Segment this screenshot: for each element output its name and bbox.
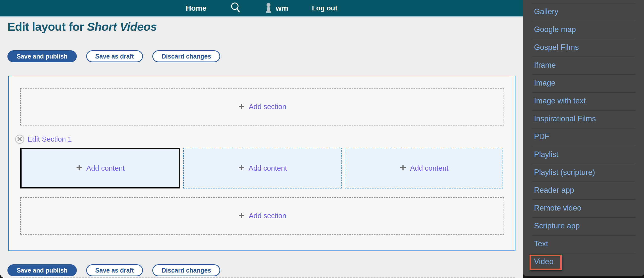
sidebar-item-image[interactable]: Image	[523, 74, 644, 92]
plus-icon	[76, 164, 83, 172]
add-content-label: Add content	[86, 164, 125, 172]
sidebar-item-playlist-scripture-[interactable]: Playlist (scripture)	[523, 164, 644, 181]
plus-icon	[400, 164, 406, 172]
sidebar-item-gospel-films[interactable]: Gospel Films	[523, 39, 644, 57]
page-title-collection-name: Short Videos	[87, 20, 157, 33]
content-type-sidebar: GalleryGoogle mapGospel FilmsIframeImage…	[523, 0, 644, 276]
nav-home-link[interactable]: Home	[186, 4, 206, 13]
add-content-label: Add content	[410, 164, 448, 172]
sidebar-item-playlist[interactable]: Playlist	[523, 146, 644, 164]
cropped-dashed-box-edge	[20, 277, 515, 278]
sidebar-item-image-with-text[interactable]: Image with text	[523, 92, 644, 110]
user-name-label: wm	[276, 4, 288, 13]
section-1-content-row: Add content Add content Add content	[20, 148, 503, 188]
add-content-slot-3[interactable]: Add content	[345, 148, 503, 188]
save-publish-button[interactable]: Save and publish	[8, 264, 77, 276]
add-section-label: Add section	[249, 212, 286, 220]
content-type-list: GalleryGoogle mapGospel FilmsIframeImage…	[523, 0, 644, 271]
sidebar-item-remote-video[interactable]: Remote video	[523, 199, 644, 217]
annotation-highlight-box	[530, 255, 562, 270]
main-window: Home wm Log out Edit layout for Short Vi…	[0, 0, 523, 278]
add-section-label: Add section	[249, 103, 286, 111]
sidebar-item-reader-app[interactable]: Reader app	[523, 181, 644, 199]
save-publish-button[interactable]: Save and publish	[8, 50, 77, 62]
add-content-label: Add content	[249, 164, 287, 172]
discard-changes-button[interactable]: Discard changes	[152, 50, 220, 62]
section-1-header: Edit Section 1	[15, 135, 72, 144]
toolbar-bottom: Save and publish Save as draft Discard c…	[8, 264, 220, 276]
layout-editor-canvas: Add section Edit Section 1 Add content	[8, 76, 516, 251]
save-draft-button[interactable]: Save as draft	[86, 264, 143, 276]
sidebar-item-google-map[interactable]: Google map	[523, 21, 644, 39]
top-navigation-bar: Home wm Log out	[0, 0, 523, 17]
search-icon	[230, 2, 240, 14]
remove-section-button[interactable]	[15, 135, 24, 144]
user-icon	[264, 3, 273, 14]
search-button[interactable]	[230, 2, 240, 14]
logout-link[interactable]: Log out	[312, 4, 337, 12]
close-icon	[17, 137, 22, 142]
page-title: Edit layout for Short Videos	[8, 20, 157, 34]
sidebar-item-iframe[interactable]: Iframe	[523, 57, 644, 74]
sidebar-item-pdf[interactable]: PDF	[523, 128, 644, 146]
plus-icon	[238, 164, 245, 172]
sidebar-item-scripture-app[interactable]: Scripture app	[523, 217, 644, 235]
user-menu[interactable]: wm	[264, 3, 288, 14]
add-section-top[interactable]: Add section	[20, 88, 504, 125]
toolbar-top: Save and publish Save as draft Discard c…	[8, 50, 220, 62]
add-content-slot-1[interactable]: Add content	[20, 148, 180, 188]
sidebar-item-gallery[interactable]: Gallery	[523, 3, 644, 21]
sidebar-item-text[interactable]: Text	[523, 235, 644, 253]
add-content-slot-2[interactable]: Add content	[183, 148, 342, 188]
add-section-bottom[interactable]: Add section	[20, 197, 504, 235]
edit-section-link[interactable]: Edit Section 1	[28, 135, 72, 143]
plus-icon	[238, 103, 245, 111]
sidebar-item-video[interactable]: Video	[523, 253, 644, 271]
save-draft-button[interactable]: Save as draft	[86, 50, 143, 62]
sidebar-item-inspirational-films[interactable]: Inspirational Films	[523, 110, 644, 128]
discard-changes-button[interactable]: Discard changes	[152, 264, 220, 276]
plus-icon	[238, 212, 245, 220]
